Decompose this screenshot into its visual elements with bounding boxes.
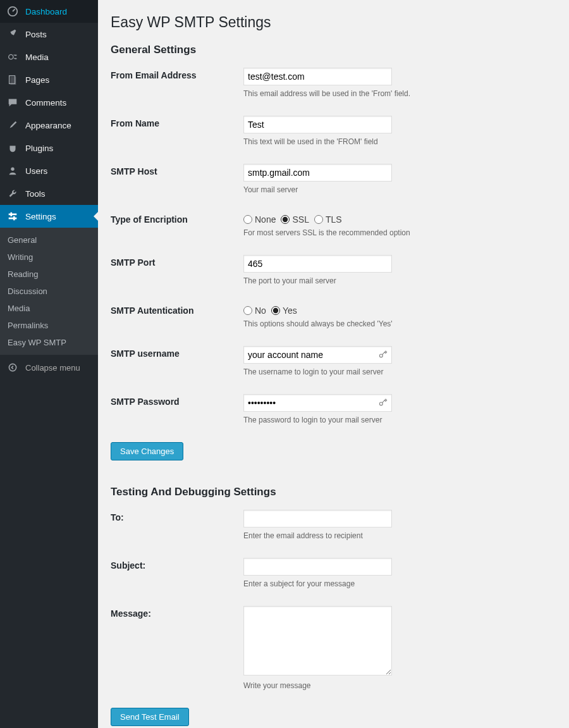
settings-icon: [6, 210, 19, 223]
radio-encryption-ssl[interactable]: SSL: [281, 214, 309, 225]
submenu-item-permalinks[interactable]: Permalinks: [0, 317, 98, 334]
row-smtp-host: SMTP Host Your mail server: [111, 164, 556, 194]
desc-encryption: For most servers SSL is the recommended …: [243, 228, 484, 237]
sidebar-item-appearance[interactable]: Appearance: [0, 114, 98, 137]
dashboard-icon: [6, 5, 19, 18]
sidebar-item-label: Settings: [25, 212, 56, 221]
input-from-email[interactable]: [243, 68, 392, 85]
label-smtp-user: SMTP username: [111, 346, 243, 359]
sidebar-item-label: Plugins: [25, 144, 53, 153]
settings-submenu: General Writing Reading Discussion Media…: [0, 228, 98, 355]
sidebar-item-pages[interactable]: Pages: [0, 68, 98, 91]
row-smtp-pass: SMTP Password The password to login to y…: [111, 394, 556, 424]
collapse-icon: [6, 361, 19, 374]
collapse-menu[interactable]: Collapse menu: [0, 355, 98, 380]
row-from-email: From Email Address This email address wi…: [111, 68, 556, 98]
row-smtp-auth: SMTP Autentication No Yes This options s…: [111, 303, 556, 328]
key-icon: [378, 349, 388, 359]
radio-encryption-none[interactable]: None: [243, 214, 276, 225]
admin-sidebar: Dashboard Posts Media Pages Comments App…: [0, 0, 98, 728]
svg-rect-7: [10, 213, 12, 216]
desc-from-email: This email address will be used in the '…: [243, 89, 484, 98]
row-smtp-port: SMTP Port The port to your mail server: [111, 255, 556, 285]
radio-encryption-tls[interactable]: TLS: [314, 214, 342, 225]
row-encryption: Type of Encription None SSL TLS For most…: [111, 212, 556, 237]
sidebar-item-label: Users: [25, 166, 47, 176]
row-to: To: Enter the email address to recipient: [111, 510, 556, 540]
desc-smtp-pass: The password to login to your mail serve…: [243, 416, 484, 424]
sidebar-item-label: Dashboard: [25, 7, 67, 16]
submenu-item-easy-wp-smtp[interactable]: Easy WP SMTP: [0, 334, 98, 351]
input-smtp-host[interactable]: [243, 164, 392, 182]
sidebar-item-tools[interactable]: Tools: [0, 182, 98, 205]
desc-subject: Enter a subject for your message: [243, 579, 484, 588]
input-to[interactable]: [243, 510, 392, 527]
submenu-item-discussion[interactable]: Discussion: [0, 283, 98, 300]
label-message: Message:: [111, 606, 243, 619]
sidebar-item-dashboard[interactable]: Dashboard: [0, 0, 98, 23]
sidebar-item-users[interactable]: Users: [0, 159, 98, 182]
input-smtp-port[interactable]: [243, 255, 392, 273]
page-title: Easy WP SMTP Settings: [111, 14, 556, 31]
radio-auth-yes[interactable]: Yes: [271, 305, 297, 316]
input-subject[interactable]: [243, 558, 392, 576]
row-smtp-user: SMTP username The username to login to y…: [111, 346, 556, 376]
desc-from-name: This text will be used in the 'FROM' fie…: [243, 137, 484, 146]
submenu-item-media[interactable]: Media: [0, 300, 98, 317]
media-icon: [6, 51, 19, 63]
svg-rect-3: [10, 77, 16, 85]
sidebar-item-media[interactable]: Media: [0, 46, 98, 68]
save-button[interactable]: Save Changes: [111, 442, 183, 460]
comment-icon: [6, 96, 19, 109]
input-smtp-pass[interactable]: [243, 394, 392, 412]
label-smtp-port: SMTP Port: [111, 255, 243, 268]
sidebar-item-plugins[interactable]: Plugins: [0, 137, 98, 159]
label-subject: Subject:: [111, 558, 243, 571]
row-message: Message: Write your message: [111, 606, 556, 690]
label-smtp-host: SMTP Host: [111, 164, 243, 176]
sidebar-item-comments[interactable]: Comments: [0, 91, 98, 114]
pin-icon: [6, 28, 19, 40]
sidebar-item-label: Media: [25, 52, 49, 62]
input-smtp-user[interactable]: [243, 346, 392, 364]
label-smtp-auth: SMTP Autentication: [111, 303, 243, 316]
sidebar-item-label: Appearance: [25, 121, 71, 130]
input-from-name[interactable]: [243, 116, 392, 133]
key-icon: [378, 397, 388, 407]
submenu-item-writing[interactable]: Writing: [0, 249, 98, 266]
collapse-label: Collapse menu: [25, 363, 80, 373]
radio-auth-no[interactable]: No: [243, 305, 266, 316]
label-to: To:: [111, 510, 243, 522]
sidebar-item-label: Pages: [25, 75, 49, 85]
sidebar-item-posts[interactable]: Posts: [0, 23, 98, 46]
submenu-item-general[interactable]: General: [0, 231, 98, 249]
sidebar-item-label: Posts: [25, 30, 47, 39]
send-test-button[interactable]: Send Test Email: [111, 708, 189, 726]
desc-to: Enter the email address to recipient: [243, 531, 484, 540]
input-message[interactable]: [243, 606, 392, 676]
sidebar-item-settings[interactable]: Settings: [0, 205, 98, 228]
label-encryption: Type of Encription: [111, 212, 243, 225]
user-icon: [6, 164, 19, 177]
desc-smtp-host: Your mail server: [243, 185, 484, 194]
sidebar-item-label: Tools: [25, 189, 46, 199]
sidebar-item-label: Comments: [25, 98, 66, 108]
svg-point-4: [11, 168, 14, 171]
svg-point-9: [9, 364, 16, 371]
label-from-name: From Name: [111, 116, 243, 128]
label-smtp-pass: SMTP Password: [111, 394, 243, 407]
desc-smtp-user: The username to login to your mail serve…: [243, 367, 484, 376]
brush-icon: [6, 119, 19, 132]
section-testing: Testing And Debugging Settings: [111, 486, 556, 498]
main-content: Easy WP SMTP Settings General Settings F…: [98, 0, 569, 728]
svg-rect-5: [9, 214, 17, 216]
submenu-item-reading[interactable]: Reading: [0, 266, 98, 283]
page-icon: [6, 73, 19, 86]
desc-smtp-auth: This options should always be checked 'Y…: [243, 319, 484, 328]
svg-rect-6: [9, 218, 17, 219]
plugin-icon: [6, 142, 19, 154]
row-subject: Subject: Enter a subject for your messag…: [111, 558, 556, 588]
section-general: General Settings: [111, 44, 556, 56]
desc-smtp-port: The port to your mail server: [243, 276, 484, 285]
row-from-name: From Name This text will be used in the …: [111, 116, 556, 146]
